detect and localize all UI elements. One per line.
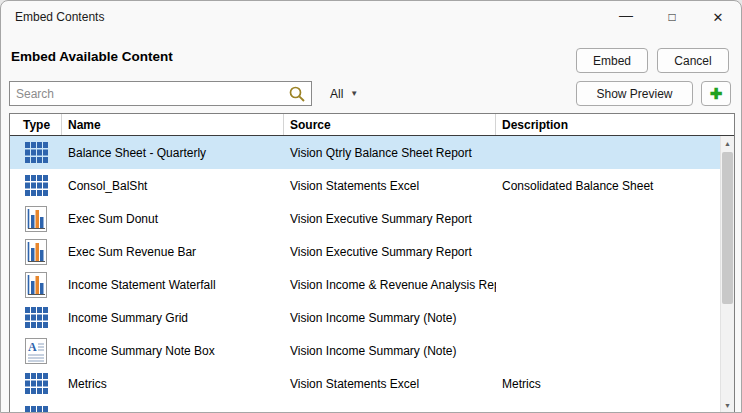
grid-icon <box>25 175 48 196</box>
table-row[interactable]: Income Statement Waterfall Vision Income… <box>10 268 720 301</box>
chart-icon <box>25 272 47 298</box>
cell-type: A <box>10 338 62 364</box>
column-header-source[interactable]: Source <box>284 114 496 135</box>
minimize-button[interactable]: — <box>603 1 649 33</box>
table-row[interactable] <box>10 400 720 413</box>
search-icon[interactable] <box>288 85 306 103</box>
scroll-down-icon[interactable]: ▼ <box>721 398 734 413</box>
table-row[interactable]: Income Summary Grid Vision Income Summar… <box>10 301 720 334</box>
cell-type <box>10 206 62 232</box>
scrollbar-thumb[interactable] <box>722 152 733 304</box>
cell-name: Income Statement Waterfall <box>62 278 284 292</box>
cell-source: Vision Income & Revenue Analysis Report <box>284 278 496 292</box>
cell-name: Income Summary Note Box <box>62 344 284 358</box>
cell-name: Balance Sheet - Quarterly <box>62 146 284 160</box>
window-controls: — □ ✕ <box>603 1 741 33</box>
grid-icon <box>25 406 48 413</box>
note-icon: A <box>25 338 47 364</box>
scrollbar[interactable]: ▲ ▼ <box>720 136 734 413</box>
grid-icon <box>25 142 48 163</box>
content-table: Type Name Source Description Balance She… <box>9 113 735 413</box>
svg-text:A: A <box>28 340 37 354</box>
search-input[interactable] <box>10 82 286 105</box>
cell-source: Vision Statements Excel <box>284 179 496 193</box>
maximize-icon: □ <box>668 10 675 24</box>
minimize-icon: — <box>619 7 633 23</box>
cell-source: Vision Executive Summary Report <box>284 212 496 226</box>
page-title: Embed Available Content <box>11 49 173 64</box>
table-row[interactable]: A Income Summary Note Box Vision Income … <box>10 334 720 367</box>
table-row[interactable]: Exec Sum Donut Vision Executive Summary … <box>10 202 720 235</box>
table-row[interactable]: Balance Sheet - Quarterly Vision Qtrly B… <box>10 136 720 169</box>
cell-type <box>10 307 62 328</box>
cell-name: Metrics <box>62 377 284 391</box>
embed-button[interactable]: Embed <box>576 48 648 73</box>
cell-type <box>10 272 62 298</box>
search-box <box>9 81 312 106</box>
column-header-name[interactable]: Name <box>62 114 284 135</box>
chart-icon <box>25 206 47 232</box>
window-title: Embed Contents <box>15 10 104 24</box>
grid-icon <box>25 373 48 394</box>
cancel-button[interactable]: Cancel <box>657 48 729 73</box>
cell-name: Exec Sum Donut <box>62 212 284 226</box>
cell-source: Vision Statements Excel <box>284 377 496 391</box>
cell-description: Metrics <box>496 377 720 391</box>
chevron-down-icon: ▼ <box>350 89 358 98</box>
add-content-button[interactable]: ✚ <box>701 81 731 106</box>
cell-source: Vision Executive Summary Report <box>284 245 496 259</box>
table-body: Balance Sheet - Quarterly Vision Qtrly B… <box>10 136 720 413</box>
cell-type <box>10 239 62 265</box>
table-row[interactable]: Consol_BalSht Vision Statements Excel Co… <box>10 169 720 202</box>
filter-dropdown[interactable]: All ▼ <box>323 81 365 106</box>
show-preview-button[interactable]: Show Preview <box>576 81 693 106</box>
cell-name: Consol_BalSht <box>62 179 284 193</box>
maximize-button[interactable]: □ <box>649 1 695 33</box>
cell-source: Vision Income Summary (Note) <box>284 311 496 325</box>
table-row[interactable]: Metrics Vision Statements Excel Metrics <box>10 367 720 400</box>
grid-icon <box>25 307 48 328</box>
add-icon: ✚ <box>710 85 723 102</box>
cell-type <box>10 175 62 196</box>
column-header-type[interactable]: Type <box>10 114 62 135</box>
table-row[interactable]: Exec Sum Revenue Bar Vision Executive Su… <box>10 235 720 268</box>
column-header-description[interactable]: Description <box>496 114 734 135</box>
cell-name: Income Summary Grid <box>62 311 284 325</box>
close-button[interactable]: ✕ <box>695 1 741 33</box>
cell-name: Exec Sum Revenue Bar <box>62 245 284 259</box>
cell-type <box>10 406 62 413</box>
cell-type <box>10 373 62 394</box>
table-header: Type Name Source Description <box>10 114 734 136</box>
filter-label: All <box>330 87 343 101</box>
cell-description: Consolidated Balance Sheet <box>496 179 720 193</box>
cell-type <box>10 142 62 163</box>
cell-source: Vision Qtrly Balance Sheet Report <box>284 146 496 160</box>
scroll-up-icon[interactable]: ▲ <box>721 136 734 151</box>
chart-icon <box>25 239 47 265</box>
titlebar[interactable]: Embed Contents — □ ✕ <box>1 1 741 33</box>
cell-source: Vision Income Summary (Note) <box>284 344 496 358</box>
embed-contents-dialog: Embed Contents — □ ✕ Embed Available Con… <box>0 0 742 413</box>
close-icon: ✕ <box>713 10 724 25</box>
